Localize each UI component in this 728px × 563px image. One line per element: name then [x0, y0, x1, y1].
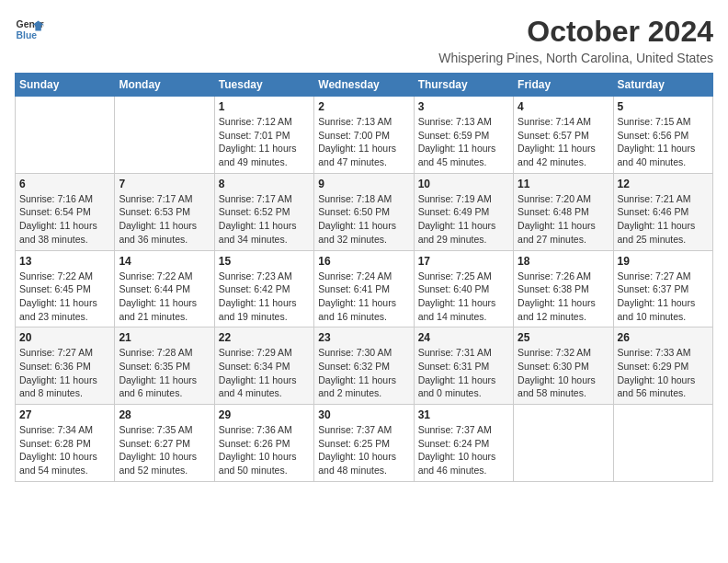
day-info: Sunrise: 7:26 AMSunset: 6:38 PMDaylight:…	[518, 270, 609, 324]
calendar-week-row: 27Sunrise: 7:34 AMSunset: 6:28 PMDayligh…	[16, 405, 713, 482]
day-number: 14	[119, 255, 210, 268]
day-info: Sunrise: 7:12 AMSunset: 7:01 PMDaylight:…	[219, 115, 310, 169]
calendar-cell: 25Sunrise: 7:32 AMSunset: 6:30 PMDayligh…	[514, 327, 613, 405]
day-number: 4	[518, 100, 609, 113]
day-number: 25	[518, 331, 609, 344]
calendar-cell: 31Sunrise: 7:37 AMSunset: 6:24 PMDayligh…	[414, 405, 513, 482]
weekday-label: Tuesday	[214, 74, 313, 97]
day-info: Sunrise: 7:17 AMSunset: 6:52 PMDaylight:…	[219, 192, 310, 247]
calendar-cell: 7Sunrise: 7:17 AMSunset: 6:53 PMDaylight…	[115, 173, 214, 250]
weekday-label: Wednesday	[314, 74, 414, 97]
day-info: Sunrise: 7:28 AMSunset: 6:35 PMDaylight:…	[119, 346, 210, 400]
calendar-cell: 4Sunrise: 7:14 AMSunset: 6:57 PMDaylight…	[514, 97, 613, 174]
calendar-cell: 2Sunrise: 7:13 AMSunset: 7:00 PMDaylight…	[314, 97, 414, 174]
calendar-cell: 8Sunrise: 7:17 AMSunset: 6:52 PMDaylight…	[214, 173, 313, 250]
calendar-cell: 10Sunrise: 7:19 AMSunset: 6:49 PMDayligh…	[414, 173, 513, 250]
calendar-cell: 11Sunrise: 7:20 AMSunset: 6:48 PMDayligh…	[514, 173, 613, 250]
day-info: Sunrise: 7:37 AMSunset: 6:25 PMDaylight:…	[318, 423, 409, 477]
day-info: Sunrise: 7:29 AMSunset: 6:34 PMDaylight:…	[219, 346, 310, 400]
day-info: Sunrise: 7:32 AMSunset: 6:30 PMDaylight:…	[518, 346, 609, 400]
day-info: Sunrise: 7:22 AMSunset: 6:45 PMDaylight:…	[19, 270, 110, 324]
day-number: 28	[119, 408, 210, 421]
calendar-cell: 15Sunrise: 7:23 AMSunset: 6:42 PMDayligh…	[214, 250, 313, 327]
day-number: 5	[618, 100, 709, 113]
logo-icon: General Blue	[15, 15, 44, 44]
day-info: Sunrise: 7:20 AMSunset: 6:48 PMDaylight:…	[518, 192, 609, 247]
day-info: Sunrise: 7:30 AMSunset: 6:32 PMDaylight:…	[318, 346, 409, 400]
calendar-cell	[514, 405, 613, 482]
day-number: 11	[518, 178, 609, 190]
day-info: Sunrise: 7:35 AMSunset: 6:27 PMDaylight:…	[119, 423, 210, 477]
calendar-cell: 23Sunrise: 7:30 AMSunset: 6:32 PMDayligh…	[314, 327, 414, 405]
day-number: 6	[19, 178, 110, 190]
day-number: 17	[418, 255, 509, 268]
calendar-cell	[115, 97, 214, 174]
day-info: Sunrise: 7:19 AMSunset: 6:49 PMDaylight:…	[418, 192, 509, 247]
day-number: 3	[418, 100, 509, 113]
calendar-cell: 26Sunrise: 7:33 AMSunset: 6:29 PMDayligh…	[613, 327, 712, 405]
day-number: 1	[219, 100, 310, 113]
svg-text:Blue: Blue	[17, 30, 38, 40]
day-number: 21	[119, 331, 210, 344]
day-number: 12	[618, 178, 709, 190]
calendar-cell: 9Sunrise: 7:18 AMSunset: 6:50 PMDaylight…	[314, 173, 414, 250]
day-number: 9	[318, 178, 409, 190]
day-info: Sunrise: 7:21 AMSunset: 6:46 PMDaylight:…	[618, 192, 709, 247]
day-number: 27	[19, 408, 110, 421]
calendar-cell	[16, 97, 115, 174]
calendar-cell: 13Sunrise: 7:22 AMSunset: 6:45 PMDayligh…	[16, 250, 115, 327]
day-number: 15	[219, 255, 310, 268]
calendar-table: SundayMondayTuesdayWednesdayThursdayFrid…	[15, 73, 713, 482]
weekday-label: Friday	[514, 74, 613, 97]
day-info: Sunrise: 7:18 AMSunset: 6:50 PMDaylight:…	[318, 192, 409, 247]
day-number: 13	[19, 255, 110, 268]
calendar-cell: 28Sunrise: 7:35 AMSunset: 6:27 PMDayligh…	[115, 405, 214, 482]
month-title: October 2024	[438, 15, 713, 49]
calendar-cell: 20Sunrise: 7:27 AMSunset: 6:36 PMDayligh…	[16, 327, 115, 405]
day-info: Sunrise: 7:16 AMSunset: 6:54 PMDaylight:…	[19, 192, 110, 247]
day-info: Sunrise: 7:22 AMSunset: 6:44 PMDaylight:…	[119, 270, 210, 324]
calendar-cell: 18Sunrise: 7:26 AMSunset: 6:38 PMDayligh…	[514, 250, 613, 327]
page-header: General Blue October 2024 Whispering Pin…	[15, 15, 713, 65]
day-number: 7	[119, 178, 210, 190]
calendar-cell: 21Sunrise: 7:28 AMSunset: 6:35 PMDayligh…	[115, 327, 214, 405]
day-info: Sunrise: 7:27 AMSunset: 6:36 PMDaylight:…	[19, 346, 110, 400]
day-info: Sunrise: 7:36 AMSunset: 6:26 PMDaylight:…	[219, 423, 310, 477]
calendar-cell: 6Sunrise: 7:16 AMSunset: 6:54 PMDaylight…	[16, 173, 115, 250]
calendar-cell: 29Sunrise: 7:36 AMSunset: 6:26 PMDayligh…	[214, 405, 313, 482]
day-info: Sunrise: 7:13 AMSunset: 6:59 PMDaylight:…	[418, 115, 509, 169]
logo: General Blue	[15, 15, 44, 44]
calendar-cell: 3Sunrise: 7:13 AMSunset: 6:59 PMDaylight…	[414, 97, 513, 174]
day-number: 8	[219, 178, 310, 190]
day-info: Sunrise: 7:23 AMSunset: 6:42 PMDaylight:…	[219, 270, 310, 324]
day-info: Sunrise: 7:24 AMSunset: 6:41 PMDaylight:…	[318, 270, 409, 324]
day-info: Sunrise: 7:31 AMSunset: 6:31 PMDaylight:…	[418, 346, 509, 400]
weekday-label: Sunday	[16, 74, 115, 97]
calendar-week-row: 6Sunrise: 7:16 AMSunset: 6:54 PMDaylight…	[16, 173, 713, 250]
calendar-cell: 5Sunrise: 7:15 AMSunset: 6:56 PMDaylight…	[613, 97, 712, 174]
day-number: 22	[219, 331, 310, 344]
day-number: 24	[418, 331, 509, 344]
day-info: Sunrise: 7:13 AMSunset: 7:00 PMDaylight:…	[318, 115, 409, 169]
weekday-label: Thursday	[414, 74, 513, 97]
calendar-cell: 19Sunrise: 7:27 AMSunset: 6:37 PMDayligh…	[613, 250, 712, 327]
day-number: 18	[518, 255, 609, 268]
title-section: October 2024 Whispering Pines, North Car…	[438, 15, 713, 65]
calendar-week-row: 1Sunrise: 7:12 AMSunset: 7:01 PMDaylight…	[16, 97, 713, 174]
calendar-cell: 17Sunrise: 7:25 AMSunset: 6:40 PMDayligh…	[414, 250, 513, 327]
day-number: 19	[618, 255, 709, 268]
day-number: 26	[618, 331, 709, 344]
day-info: Sunrise: 7:33 AMSunset: 6:29 PMDaylight:…	[618, 346, 709, 400]
calendar-cell: 14Sunrise: 7:22 AMSunset: 6:44 PMDayligh…	[115, 250, 214, 327]
day-info: Sunrise: 7:27 AMSunset: 6:37 PMDaylight:…	[618, 270, 709, 324]
day-info: Sunrise: 7:17 AMSunset: 6:53 PMDaylight:…	[119, 192, 210, 247]
weekday-label: Saturday	[613, 74, 712, 97]
day-number: 31	[418, 408, 509, 421]
calendar-week-row: 13Sunrise: 7:22 AMSunset: 6:45 PMDayligh…	[16, 250, 713, 327]
day-number: 10	[418, 178, 509, 190]
calendar-cell: 12Sunrise: 7:21 AMSunset: 6:46 PMDayligh…	[613, 173, 712, 250]
weekday-header-row: SundayMondayTuesdayWednesdayThursdayFrid…	[16, 74, 713, 97]
calendar-cell: 30Sunrise: 7:37 AMSunset: 6:25 PMDayligh…	[314, 405, 414, 482]
day-number: 16	[318, 255, 409, 268]
day-number: 2	[318, 100, 409, 113]
